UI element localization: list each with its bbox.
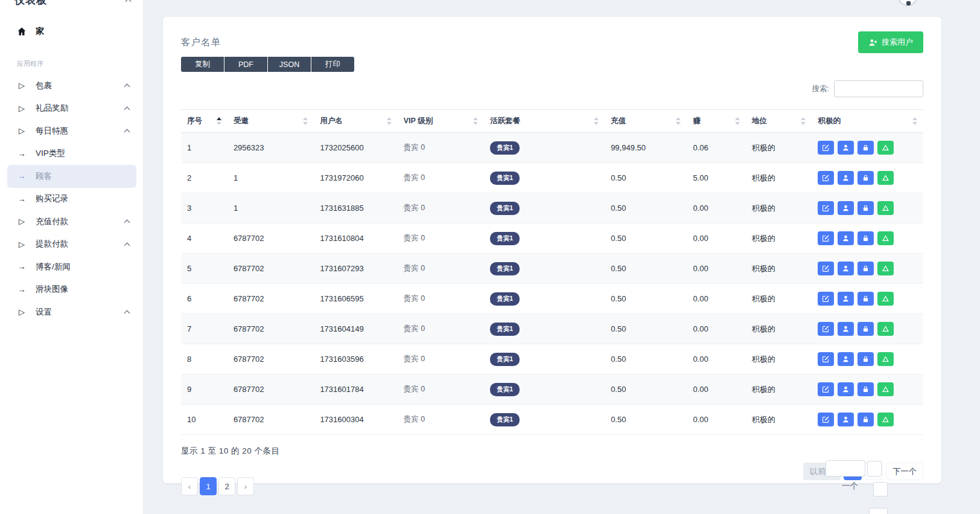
print-button[interactable]: 打印 [311, 57, 354, 72]
lock-user-button[interactable] [858, 201, 874, 215]
lock-user-button[interactable] [858, 382, 874, 396]
lock-user-button[interactable] [858, 322, 874, 336]
triangle-up-icon [882, 234, 889, 242]
promote-user-button[interactable] [877, 322, 894, 336]
promote-user-button[interactable] [877, 292, 894, 306]
sidebar-item-settings[interactable]: ▷设置 [0, 301, 144, 324]
edit-user-button[interactable] [818, 413, 834, 426]
partial-page-box[interactable] [873, 482, 888, 496]
sort-desc-icon [594, 122, 599, 125]
promote-user-button[interactable] [877, 352, 894, 366]
sidebar-item-vip-types[interactable]: →VIP类型 [0, 143, 144, 165]
column-header-earn[interactable]: 赚 [687, 110, 745, 133]
arrow-right-icon: → [17, 172, 27, 181]
lock-user-button[interactable] [858, 141, 874, 155]
promote-user-button[interactable] [877, 171, 894, 185]
sidebar-item-blog-news[interactable]: →博客/新闻 [0, 255, 144, 278]
search-user-button[interactable]: 搜索用户 [858, 31, 923, 53]
play-outline-icon: ▷ [17, 240, 27, 249]
column-header-active[interactable]: 积极的 [812, 110, 923, 133]
lock-user-button[interactable] [858, 413, 874, 426]
chevron-up-icon [124, 106, 130, 112]
promote-user-button[interactable] [877, 413, 894, 426]
edit-user-button[interactable] [818, 292, 834, 306]
json-button[interactable]: JSON [268, 57, 311, 72]
edit-user-button[interactable] [818, 382, 834, 396]
edit-user-button[interactable] [818, 171, 834, 185]
view-user-button[interactable] [838, 171, 854, 185]
edit-user-button[interactable] [818, 231, 834, 245]
column-header-recharge[interactable]: 充值 [605, 110, 687, 133]
sidebar-item-withdrawal-payments[interactable]: ▷提款付款 [0, 233, 144, 256]
lock-user-button[interactable] [858, 262, 874, 275]
sidebar-item-slider-images[interactable]: →滑块图像 [0, 278, 144, 301]
next-button[interactable]: 下一个 [886, 463, 923, 480]
next-page-arrow[interactable]: › [237, 477, 254, 495]
view-user-button[interactable] [838, 352, 854, 366]
sidebar-item-customers[interactable]: →顾客 [7, 165, 136, 188]
edit-user-button[interactable] [818, 201, 834, 215]
home-icon [17, 27, 27, 36]
sidebar-item-daily-specials[interactable]: ▷每日特惠 [0, 120, 144, 143]
column-header-active-package[interactable]: 活跃套餐 [484, 110, 605, 133]
column-header-no[interactable]: 序号 [181, 110, 228, 133]
page-2-button[interactable]: 2 [218, 477, 235, 495]
recharge-cell: 0.50 [605, 344, 687, 374]
username-cell: 1731606595 [314, 284, 397, 314]
lock-user-button[interactable] [858, 171, 874, 185]
sidebar-item-gift-rewards[interactable]: ▷礼品奖励 [0, 97, 144, 120]
lock-user-button[interactable] [858, 231, 874, 245]
row-index: 2 [181, 163, 228, 193]
column-header-vip-level[interactable]: VIP 级别 [398, 110, 485, 133]
package-badge: 贵宾1 [490, 262, 520, 275]
column-header-username[interactable]: 用户名 [314, 110, 397, 133]
edit-user-button[interactable] [818, 141, 834, 155]
sidebar-item-dashboard[interactable]: 仪表板 [0, 0, 144, 10]
user-icon [842, 385, 850, 393]
view-user-button[interactable] [838, 201, 854, 215]
view-user-button[interactable] [838, 292, 854, 306]
promote-user-button[interactable] [877, 231, 894, 245]
sidebar-item-recharge-payments[interactable]: ▷充值付款 [0, 210, 144, 233]
partial-bottom-box[interactable] [869, 508, 888, 514]
package-badge: 贵宾1 [490, 413, 520, 426]
user-icon [842, 325, 850, 333]
view-user-button[interactable] [838, 141, 854, 155]
partial-input[interactable] [826, 460, 865, 477]
promote-user-button[interactable] [877, 201, 894, 215]
username-cell: 1731600304 [314, 405, 397, 435]
view-user-button[interactable] [838, 322, 854, 336]
arrow-right-icon: → [17, 194, 27, 204]
view-user-button[interactable] [838, 231, 854, 245]
sidebar-item-packages[interactable]: ▷包裹 [0, 74, 144, 97]
edit-user-button[interactable] [818, 322, 834, 336]
lock-user-button[interactable] [858, 352, 874, 366]
promote-user-button[interactable] [877, 382, 894, 396]
edit-user-button[interactable] [818, 262, 834, 275]
pdf-button[interactable]: PDF [224, 57, 267, 72]
column-header-status[interactable]: 地位 [746, 110, 812, 133]
view-user-button[interactable] [838, 262, 854, 275]
table-search-input[interactable] [834, 80, 923, 97]
column-header-invited[interactable]: 受邀 [228, 110, 314, 133]
sidebar-item-home[interactable]: 家 [0, 19, 144, 43]
edit-user-button[interactable] [818, 352, 834, 366]
promote-user-button[interactable] [877, 141, 894, 155]
partial-button[interactable] [867, 461, 882, 477]
row-index: 7 [181, 314, 228, 344]
partial-next-label[interactable]: 一个 [842, 481, 858, 492]
export-button-group: 复制 PDF JSON 打印 [181, 57, 923, 72]
chevron-up-icon [126, 0, 132, 4]
username-cell: 1732025600 [314, 133, 397, 163]
vip-level-cell: 贵宾 0 [398, 314, 485, 344]
page-1-button[interactable]: 1 [200, 477, 217, 495]
view-user-button[interactable] [838, 413, 854, 426]
copy-button[interactable]: 复制 [181, 57, 224, 72]
sidebar-item-purchase-records[interactable]: →购买记录 [0, 188, 144, 211]
view-user-button[interactable] [838, 382, 854, 396]
sort-asc-icon [217, 117, 221, 120]
table-row: 767877021731604149贵宾 0贵宾10.500.00积极的 [181, 314, 923, 344]
lock-user-button[interactable] [858, 292, 874, 306]
promote-user-button[interactable] [877, 262, 894, 275]
prev-page-arrow[interactable]: ‹ [181, 477, 198, 495]
